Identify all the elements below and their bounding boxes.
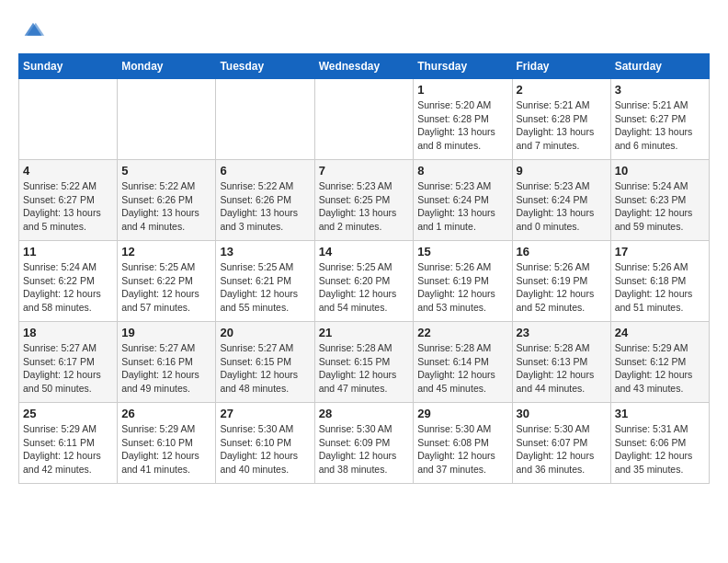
- day-number: 18: [23, 326, 113, 339]
- calendar-cell: 30Sunrise: 5:30 AM Sunset: 6:07 PM Dayli…: [512, 403, 610, 484]
- day-number: 7: [319, 164, 410, 178]
- day-number: 28: [319, 407, 410, 420]
- calendar-cell: 31Sunrise: 5:31 AM Sunset: 6:06 PM Dayli…: [610, 403, 709, 484]
- day-number: 10: [615, 164, 705, 178]
- calendar-cell: 20Sunrise: 5:27 AM Sunset: 6:15 PM Dayli…: [216, 322, 314, 403]
- day-info: Sunrise: 5:25 AM Sunset: 6:20 PM Dayligh…: [319, 260, 410, 315]
- calendar-cell: 3Sunrise: 5:21 AM Sunset: 6:27 PM Daylig…: [610, 79, 709, 160]
- day-number: 24: [615, 326, 705, 339]
- calendar-cell: [216, 79, 314, 160]
- col-header-monday: Monday: [118, 54, 216, 79]
- calendar-cell: 9Sunrise: 5:23 AM Sunset: 6:24 PM Daylig…: [512, 160, 610, 241]
- day-info: Sunrise: 5:28 AM Sunset: 6:14 PM Dayligh…: [417, 341, 507, 396]
- day-number: 2: [517, 83, 607, 97]
- calendar-cell: 16Sunrise: 5:26 AM Sunset: 6:19 PM Dayli…: [512, 241, 610, 322]
- day-info: Sunrise: 5:22 AM Sunset: 6:26 PM Dayligh…: [121, 179, 211, 234]
- calendar-cell: 6Sunrise: 5:22 AM Sunset: 6:26 PM Daylig…: [216, 160, 314, 241]
- calendar-cell: 23Sunrise: 5:28 AM Sunset: 6:13 PM Dayli…: [512, 322, 610, 403]
- day-number: 15: [417, 245, 507, 259]
- calendar-cell: [118, 79, 216, 160]
- day-number: 23: [517, 326, 607, 339]
- calendar-cell: 18Sunrise: 5:27 AM Sunset: 6:17 PM Dayli…: [19, 322, 118, 403]
- calendar-cell: 22Sunrise: 5:28 AM Sunset: 6:14 PM Dayli…: [414, 322, 512, 403]
- day-info: Sunrise: 5:29 AM Sunset: 6:11 PM Dayligh…: [23, 422, 113, 477]
- day-number: 4: [23, 164, 113, 178]
- calendar-cell: 5Sunrise: 5:22 AM Sunset: 6:26 PM Daylig…: [118, 160, 216, 241]
- day-number: 22: [417, 326, 507, 339]
- calendar-cell: 8Sunrise: 5:23 AM Sunset: 6:24 PM Daylig…: [414, 160, 512, 241]
- day-number: 11: [23, 245, 113, 259]
- calendar-cell: 14Sunrise: 5:25 AM Sunset: 6:20 PM Dayli…: [314, 241, 414, 322]
- day-info: Sunrise: 5:20 AM Sunset: 6:28 PM Dayligh…: [417, 98, 507, 153]
- day-number: 20: [220, 326, 310, 339]
- day-info: Sunrise: 5:31 AM Sunset: 6:06 PM Dayligh…: [615, 422, 705, 477]
- calendar-cell: 11Sunrise: 5:24 AM Sunset: 6:22 PM Dayli…: [19, 241, 118, 322]
- day-info: Sunrise: 5:29 AM Sunset: 6:10 PM Dayligh…: [121, 422, 211, 477]
- calendar-cell: 12Sunrise: 5:25 AM Sunset: 6:22 PM Dayli…: [118, 241, 216, 322]
- day-info: Sunrise: 5:24 AM Sunset: 6:22 PM Dayligh…: [23, 260, 113, 315]
- calendar-cell: 7Sunrise: 5:23 AM Sunset: 6:25 PM Daylig…: [314, 160, 414, 241]
- calendar-cell: 26Sunrise: 5:29 AM Sunset: 6:10 PM Dayli…: [118, 403, 216, 484]
- day-number: 6: [220, 164, 310, 178]
- col-header-saturday: Saturday: [610, 54, 709, 79]
- calendar-cell: 4Sunrise: 5:22 AM Sunset: 6:27 PM Daylig…: [19, 160, 118, 241]
- day-number: 13: [220, 245, 310, 259]
- day-info: Sunrise: 5:22 AM Sunset: 6:27 PM Dayligh…: [23, 179, 113, 234]
- page-header: [18, 18, 710, 44]
- day-number: 16: [517, 245, 607, 259]
- calendar-cell: 1Sunrise: 5:20 AM Sunset: 6:28 PM Daylig…: [414, 79, 512, 160]
- day-number: 17: [615, 245, 705, 259]
- day-info: Sunrise: 5:29 AM Sunset: 6:12 PM Dayligh…: [615, 341, 705, 396]
- day-number: 25: [23, 407, 113, 420]
- day-number: 31: [615, 407, 705, 420]
- day-info: Sunrise: 5:21 AM Sunset: 6:28 PM Dayligh…: [517, 98, 607, 153]
- calendar-cell: 21Sunrise: 5:28 AM Sunset: 6:15 PM Dayli…: [314, 322, 414, 403]
- calendar-cell: 27Sunrise: 5:30 AM Sunset: 6:10 PM Dayli…: [216, 403, 314, 484]
- col-header-sunday: Sunday: [19, 54, 118, 79]
- day-info: Sunrise: 5:23 AM Sunset: 6:24 PM Dayligh…: [417, 179, 507, 234]
- day-info: Sunrise: 5:26 AM Sunset: 6:19 PM Dayligh…: [517, 260, 607, 315]
- calendar-cell: 19Sunrise: 5:27 AM Sunset: 6:16 PM Dayli…: [118, 322, 216, 403]
- day-number: 19: [121, 326, 211, 339]
- calendar-cell: [314, 79, 414, 160]
- day-number: 8: [417, 164, 507, 178]
- day-number: 3: [615, 83, 705, 97]
- col-header-thursday: Thursday: [414, 54, 512, 79]
- day-info: Sunrise: 5:23 AM Sunset: 6:25 PM Dayligh…: [319, 179, 410, 234]
- day-info: Sunrise: 5:27 AM Sunset: 6:16 PM Dayligh…: [121, 341, 211, 396]
- day-info: Sunrise: 5:22 AM Sunset: 6:26 PM Dayligh…: [220, 179, 310, 234]
- day-number: 14: [319, 245, 410, 259]
- day-number: 30: [517, 407, 607, 420]
- logo: [18, 18, 46, 44]
- day-number: 29: [417, 407, 507, 420]
- calendar-cell: 24Sunrise: 5:29 AM Sunset: 6:12 PM Dayli…: [610, 322, 709, 403]
- calendar-table: SundayMondayTuesdayWednesdayThursdayFrid…: [18, 53, 710, 484]
- day-info: Sunrise: 5:30 AM Sunset: 6:07 PM Dayligh…: [517, 422, 607, 477]
- day-info: Sunrise: 5:25 AM Sunset: 6:22 PM Dayligh…: [121, 260, 211, 315]
- day-number: 12: [121, 245, 211, 259]
- day-info: Sunrise: 5:30 AM Sunset: 6:09 PM Dayligh…: [319, 422, 410, 477]
- day-info: Sunrise: 5:26 AM Sunset: 6:19 PM Dayligh…: [417, 260, 507, 315]
- col-header-friday: Friday: [512, 54, 610, 79]
- day-number: 21: [319, 326, 410, 339]
- calendar-cell: 29Sunrise: 5:30 AM Sunset: 6:08 PM Dayli…: [414, 403, 512, 484]
- col-header-tuesday: Tuesday: [216, 54, 314, 79]
- day-number: 5: [121, 164, 211, 178]
- day-info: Sunrise: 5:24 AM Sunset: 6:23 PM Dayligh…: [615, 179, 705, 234]
- day-number: 26: [121, 407, 211, 420]
- calendar-cell: 17Sunrise: 5:26 AM Sunset: 6:18 PM Dayli…: [610, 241, 709, 322]
- calendar-cell: [19, 79, 118, 160]
- col-header-wednesday: Wednesday: [314, 54, 414, 79]
- calendar-cell: 15Sunrise: 5:26 AM Sunset: 6:19 PM Dayli…: [414, 241, 512, 322]
- day-number: 9: [517, 164, 607, 178]
- calendar-cell: 28Sunrise: 5:30 AM Sunset: 6:09 PM Dayli…: [314, 403, 414, 484]
- calendar-cell: 25Sunrise: 5:29 AM Sunset: 6:11 PM Dayli…: [19, 403, 118, 484]
- day-info: Sunrise: 5:27 AM Sunset: 6:15 PM Dayligh…: [220, 341, 310, 396]
- day-number: 1: [417, 83, 507, 97]
- day-info: Sunrise: 5:21 AM Sunset: 6:27 PM Dayligh…: [615, 98, 705, 153]
- day-info: Sunrise: 5:26 AM Sunset: 6:18 PM Dayligh…: [615, 260, 705, 315]
- logo-icon: [20, 18, 46, 44]
- calendar-cell: 10Sunrise: 5:24 AM Sunset: 6:23 PM Dayli…: [610, 160, 709, 241]
- calendar-cell: 13Sunrise: 5:25 AM Sunset: 6:21 PM Dayli…: [216, 241, 314, 322]
- day-info: Sunrise: 5:23 AM Sunset: 6:24 PM Dayligh…: [517, 179, 607, 234]
